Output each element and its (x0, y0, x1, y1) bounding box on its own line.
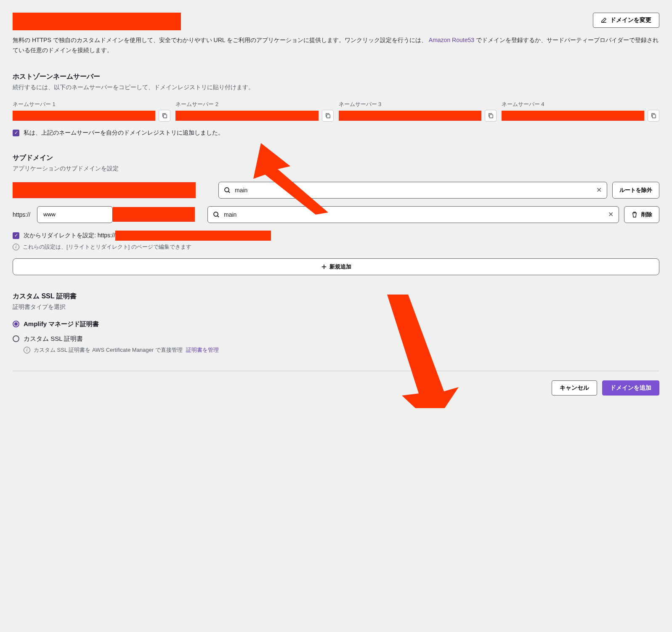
ssl-option-custom[interactable]: カスタム SSL 証明書 (13, 335, 659, 343)
search-icon (224, 187, 231, 194)
ssl-option-1-label: Amplify マネージド証明書 (24, 320, 99, 328)
subdomain-title: サブドメイン (13, 154, 659, 162)
change-domain-button[interactable]: ドメインを変更 (593, 13, 659, 28)
delete-subdomain-button[interactable]: 削除 (624, 206, 659, 223)
copy-icon (651, 113, 656, 119)
domain-suffix-redacted (113, 207, 195, 222)
radio-unselected (13, 335, 19, 342)
ns-label-3: ネームサーバー 3 (339, 101, 497, 108)
clear-icon[interactable]: ✕ (596, 186, 602, 194)
svg-rect-0 (164, 114, 167, 118)
trash-icon (631, 211, 638, 218)
radio-selected (13, 321, 19, 327)
page-title-redacted (13, 13, 181, 30)
redirect-url-redacted (115, 231, 271, 241)
nameservers-section: ホストゾーンネームサーバー 続行するには、以下のネームサーバーをコピーして、ドメ… (13, 72, 659, 137)
cert-info-text: カスタム SSL 証明書を AWS Certificate Manager で直… (34, 346, 183, 354)
page-description: 無料の HTTPS で独自のカスタムドメインを使用して、安全でわかりやすい UR… (13, 35, 659, 56)
svg-rect-3 (652, 114, 656, 118)
copy-ns-4-button[interactable] (648, 110, 659, 122)
ns-label-1: ネームサーバー 1 (13, 101, 170, 108)
route53-link[interactable]: Amazon Route53 (429, 37, 474, 43)
ssl-section: カスタム SSL 証明書 証明書タイプを選択 Amplify マネージド証明書 … (13, 292, 659, 354)
subdomain-input[interactable] (37, 206, 113, 223)
redirect-info-text: これらの設定は、[リライトとリダイレクト] のページで編集できます (23, 243, 191, 251)
copy-ns-3-button[interactable] (485, 110, 497, 122)
svg-point-4 (225, 188, 229, 192)
copy-ns-2-button[interactable] (322, 110, 334, 122)
ns-value-3-redacted (339, 111, 481, 121)
ns-value-4-redacted (502, 111, 644, 121)
exclude-route-button[interactable]: ルートを除外 (612, 182, 659, 199)
redirect-label: 次からリダイレクトを設定: https:// (24, 231, 271, 241)
ns-value-2-redacted (175, 111, 318, 121)
ns-value-1-redacted (13, 111, 155, 121)
plus-icon (321, 264, 327, 270)
edit-icon (601, 17, 607, 23)
ssl-title: カスタム SSL 証明書 (13, 292, 659, 301)
footer-actions: キャンセル ドメインを追加 (13, 371, 659, 396)
add-domain-button[interactable]: ドメインを追加 (602, 380, 659, 396)
change-domain-label: ドメインを変更 (610, 16, 651, 24)
root-domain-redacted (13, 182, 196, 198)
copy-icon (162, 113, 167, 119)
add-new-button[interactable]: 新規追加 (13, 258, 659, 275)
ssl-desc: 証明書タイプを選択 (13, 303, 659, 311)
subdomain-desc: アプリケーションのサブドメインを設定 (13, 165, 659, 173)
branch-1-value: main (235, 187, 596, 194)
search-icon (213, 211, 220, 218)
nameservers-title: ホストゾーンネームサーバー (13, 72, 659, 81)
copy-icon (488, 113, 494, 119)
copy-icon (325, 113, 331, 119)
branch-select-2[interactable]: main ✕ (207, 206, 619, 223)
ssl-option-2-label: カスタム SSL 証明書 (24, 335, 83, 343)
ns-label-2: ネームサーバー 2 (175, 101, 333, 108)
cancel-button[interactable]: キャンセル (552, 380, 597, 396)
manage-cert-link[interactable]: 証明書を管理 (186, 346, 219, 354)
subdomain-section: サブドメイン アプリケーションのサブドメインを設定 main ✕ ルートを除外 … (13, 154, 659, 275)
info-icon: i (13, 244, 19, 250)
branch-select-1[interactable]: main ✕ (218, 182, 607, 199)
confirm-ns-checkbox[interactable]: ✓ (13, 130, 19, 136)
clear-icon[interactable]: ✕ (608, 210, 614, 218)
svg-point-5 (214, 212, 218, 216)
nameservers-desc: 続行するには、以下のネームサーバーをコピーして、ドメインレジストリに貼り付けます… (13, 84, 659, 91)
info-icon: i (24, 347, 30, 353)
branch-2-value: main (224, 211, 608, 218)
copy-ns-1-button[interactable] (159, 110, 170, 122)
https-prefix: https:// (13, 211, 32, 218)
redirect-checkbox[interactable]: ✓ (13, 232, 19, 239)
svg-rect-1 (327, 114, 330, 118)
ns-label-4: ネームサーバー 4 (502, 101, 659, 108)
confirm-ns-label: 私は、上記のネームサーバーを自分のドメインレジストリに追加しました。 (24, 129, 224, 137)
svg-rect-2 (489, 114, 493, 118)
ssl-option-managed[interactable]: Amplify マネージド証明書 (13, 320, 659, 328)
